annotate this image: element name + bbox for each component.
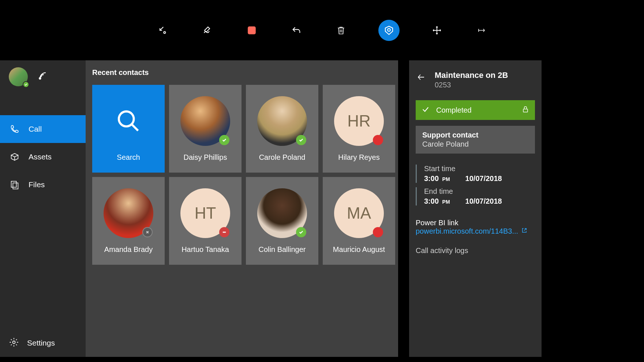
nav-settings-label: Settings bbox=[27, 339, 55, 347]
contact-avatar: HR bbox=[334, 96, 384, 146]
svg-point-6 bbox=[13, 341, 15, 343]
arrow-in-icon[interactable] bbox=[155, 23, 170, 38]
contact-avatar: HT bbox=[180, 188, 230, 238]
contact-tile[interactable]: HRHilary Reyes bbox=[323, 85, 395, 173]
status-indicator bbox=[219, 135, 229, 145]
contact-tile[interactable]: Colin Ballinger bbox=[246, 177, 318, 265]
powerbi-label: Power BI link bbox=[416, 219, 535, 227]
shape-icon[interactable] bbox=[244, 23, 259, 38]
user-avatar[interactable] bbox=[9, 67, 28, 86]
external-link-icon bbox=[521, 227, 528, 235]
detail-panel: Maintenance on 2B 0253 Completed Support… bbox=[409, 60, 542, 357]
gear-icon bbox=[9, 337, 19, 349]
contact-name: Mauricio August bbox=[333, 245, 385, 254]
contact-tile[interactable]: Carole Poland bbox=[246, 85, 318, 173]
contact-name: Hilary Reyes bbox=[338, 153, 379, 162]
contact-tile[interactable]: MAMauricio August bbox=[323, 177, 395, 265]
status-indicator bbox=[142, 227, 153, 237]
sidebar: Call Assets Files Settings bbox=[0, 60, 86, 357]
status-indicator bbox=[373, 227, 383, 237]
contact-avatar bbox=[180, 96, 230, 146]
contact-avatar: MA bbox=[334, 188, 384, 238]
status-label: Completed bbox=[436, 106, 515, 114]
contact-tile[interactable]: Amanda Brady bbox=[92, 177, 165, 265]
status-indicator bbox=[219, 227, 229, 237]
status-indicator bbox=[296, 227, 306, 237]
contact-avatar bbox=[104, 188, 153, 238]
nav-files[interactable]: Files bbox=[0, 171, 86, 199]
start-time-label: Start time bbox=[424, 165, 535, 173]
trash-icon[interactable] bbox=[334, 23, 348, 38]
detail-title: Maintenance on 2B bbox=[435, 71, 508, 80]
phone-icon bbox=[9, 124, 20, 134]
svg-point-3 bbox=[39, 78, 41, 79]
contact-avatar bbox=[257, 188, 307, 238]
main-content: Recent contacts SearchDaisy PhillipsCaro… bbox=[86, 60, 398, 357]
svg-rect-4 bbox=[11, 181, 16, 187]
remote-assist-icon[interactable] bbox=[378, 20, 400, 41]
search-tile[interactable]: Search bbox=[92, 85, 165, 173]
nav-settings[interactable]: Settings bbox=[0, 329, 86, 357]
files-icon bbox=[9, 180, 20, 190]
contact-name: Hartuo Tanaka bbox=[181, 245, 229, 254]
contact-name: Carole Poland bbox=[259, 153, 306, 162]
contact-tile[interactable]: Daisy Phillips bbox=[169, 85, 242, 173]
powerbi-link[interactable]: powerbi.microsoft.com/114B3... bbox=[416, 227, 535, 235]
status-indicator bbox=[296, 135, 306, 145]
contact-tile[interactable]: HTHartuo Tanaka bbox=[169, 177, 242, 265]
contact-name: Daisy Phillips bbox=[184, 153, 227, 162]
nav-files-label: Files bbox=[29, 180, 45, 189]
contact-avatar bbox=[257, 96, 307, 146]
pin-icon[interactable] bbox=[474, 23, 489, 38]
nav-call[interactable]: Call bbox=[0, 115, 86, 143]
back-button[interactable] bbox=[416, 73, 427, 83]
move-icon[interactable] bbox=[430, 23, 444, 38]
contact-name: Colin Ballinger bbox=[259, 245, 306, 254]
toolbar bbox=[0, 0, 644, 60]
nav-assets-label: Assets bbox=[29, 152, 52, 161]
support-label: Support contact bbox=[422, 131, 528, 139]
nav-call-label: Call bbox=[29, 125, 42, 133]
lock-icon bbox=[522, 105, 529, 115]
section-title: Recent contacts bbox=[92, 68, 394, 77]
check-icon bbox=[422, 105, 430, 115]
support-value: Carole Poland bbox=[422, 140, 528, 148]
status-completed[interactable]: Completed bbox=[416, 100, 535, 120]
end-time-block: End time 3:00 PM 10/07/2018 bbox=[416, 187, 535, 205]
ink-icon[interactable] bbox=[200, 23, 214, 38]
svg-rect-8 bbox=[523, 109, 528, 112]
support-contact-card[interactable]: Support contact Carole Poland bbox=[416, 126, 535, 154]
svg-rect-1 bbox=[248, 26, 256, 34]
svg-rect-5 bbox=[13, 183, 18, 189]
box-icon bbox=[9, 152, 20, 162]
undo-icon[interactable] bbox=[289, 23, 304, 38]
search-tile-label: Search bbox=[117, 153, 140, 162]
svg-point-7 bbox=[119, 111, 134, 126]
contact-name: Amanda Brady bbox=[104, 245, 153, 254]
start-time-block: Start time 3:00 PM 10/07/2018 bbox=[416, 165, 535, 183]
wifi-icon[interactable] bbox=[38, 71, 50, 82]
activity-logs-label: Call activity logs bbox=[416, 246, 535, 255]
end-time-label: End time bbox=[424, 187, 535, 196]
svg-point-0 bbox=[164, 31, 165, 33]
svg-point-2 bbox=[387, 29, 390, 31]
nav-assets[interactable]: Assets bbox=[0, 143, 86, 171]
status-indicator bbox=[373, 135, 383, 145]
detail-subtitle: 0253 bbox=[435, 81, 508, 89]
